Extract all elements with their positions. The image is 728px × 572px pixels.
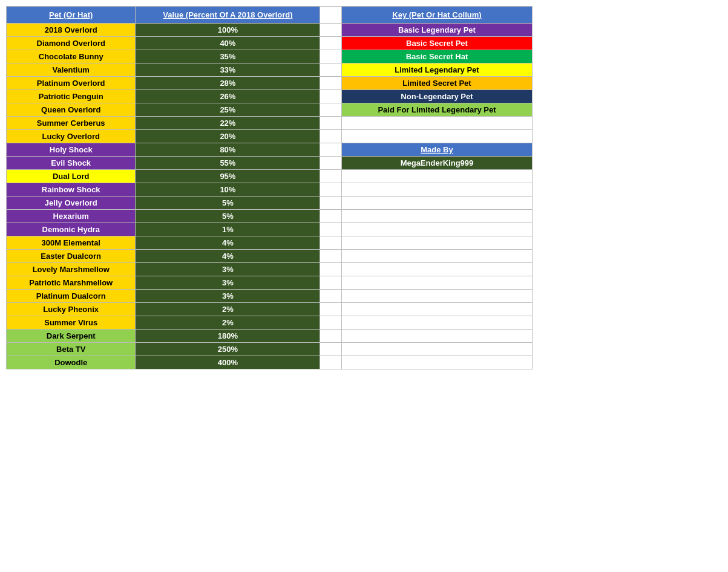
key-cell: Made By	[341, 143, 532, 157]
key-cell: Basic Secret Pet	[341, 37, 532, 50]
spacer-cell	[320, 197, 342, 210]
key-cell	[341, 290, 532, 303]
spacer-cell	[320, 316, 342, 330]
spacer-cell	[320, 223, 342, 236]
col-d-header: Key (Pet Or Hat Collum)	[341, 7, 532, 24]
value-cell: 2%	[136, 303, 320, 316]
key-cell	[341, 223, 532, 236]
pet-name-cell: Lucky Overlord	[7, 130, 136, 143]
pet-name-cell: Rainbow Shock	[7, 183, 136, 197]
pet-name-cell: Chocolate Bunny	[7, 50, 136, 63]
value-cell: 180%	[136, 330, 320, 343]
value-cell: 26%	[136, 90, 320, 103]
spacer-cell	[320, 24, 342, 37]
key-cell	[341, 343, 532, 356]
value-cell: 20%	[136, 130, 320, 143]
key-cell	[341, 117, 532, 130]
spacer-cell	[320, 303, 342, 316]
spacer-cell	[320, 236, 342, 250]
pet-name-cell: Dual Lord	[7, 170, 136, 183]
value-cell: 4%	[136, 236, 320, 250]
spacer-cell	[320, 183, 342, 197]
key-cell	[341, 210, 532, 223]
key-cell: Paid For Limited Legendary Pet	[341, 103, 532, 117]
key-cell	[341, 170, 532, 183]
key-cell: MegaEnderKing999	[341, 157, 532, 170]
key-cell	[341, 250, 532, 263]
pet-name-cell: Easter Dualcorn	[7, 250, 136, 263]
pet-name-cell: Patriotic Marshmellow	[7, 276, 136, 290]
value-cell: 400%	[136, 356, 320, 369]
pet-name-cell: Lovely Marshmellow	[7, 263, 136, 276]
value-cell: 100%	[136, 24, 320, 37]
value-cell: 3%	[136, 290, 320, 303]
pet-name-cell: Dowodle	[7, 356, 136, 369]
key-cell	[341, 330, 532, 343]
spacer-cell	[320, 290, 342, 303]
key-cell	[341, 316, 532, 330]
pet-name-cell: Platinum Dualcorn	[7, 290, 136, 303]
value-cell: 35%	[136, 50, 320, 63]
spacer-cell	[320, 63, 342, 77]
key-cell	[341, 263, 532, 276]
key-cell: Limited Secret Pet	[341, 77, 532, 90]
value-cell: 80%	[136, 143, 320, 157]
spacer-cell	[320, 90, 342, 103]
key-cell: Limited Legendary Pet	[341, 63, 532, 77]
col-c-spacer-header	[320, 7, 342, 24]
value-cell: 4%	[136, 250, 320, 263]
key-cell	[341, 356, 532, 369]
value-cell: 3%	[136, 276, 320, 290]
pet-name-cell: 2018 Overlord	[7, 24, 136, 37]
value-cell: 28%	[136, 77, 320, 90]
col-b-header: Value (Percent Of A 2018 Overlord)	[136, 7, 320, 24]
spacer-cell	[320, 103, 342, 117]
spacer-cell	[320, 37, 342, 50]
spacer-cell	[320, 276, 342, 290]
value-cell: 3%	[136, 263, 320, 276]
pet-name-cell: Holy Shock	[7, 143, 136, 157]
key-cell	[341, 236, 532, 250]
pet-name-cell: Summer Cerberus	[7, 117, 136, 130]
key-cell	[341, 276, 532, 290]
value-cell: 33%	[136, 63, 320, 77]
spacer-cell	[320, 117, 342, 130]
value-cell: 10%	[136, 183, 320, 197]
value-cell: 95%	[136, 170, 320, 183]
value-cell: 25%	[136, 103, 320, 117]
pet-name-cell: Lucky Pheonix	[7, 303, 136, 316]
value-cell: 5%	[136, 210, 320, 223]
pet-name-cell: Jelly Overlord	[7, 197, 136, 210]
pet-name-cell: 300M Elemental	[7, 236, 136, 250]
pet-name-cell: Summer Virus	[7, 316, 136, 330]
spacer-cell	[320, 157, 342, 170]
key-cell: Basic Legendary Pet	[341, 24, 532, 37]
value-cell: 250%	[136, 343, 320, 356]
pet-name-cell: Demonic Hydra	[7, 223, 136, 236]
key-cell: Non-Legendary Pet	[341, 90, 532, 103]
spacer-cell	[320, 250, 342, 263]
pet-name-cell: Valentium	[7, 63, 136, 77]
col-a-header: Pet (Or Hat)	[7, 7, 136, 24]
pet-name-cell: Platinum Overlord	[7, 77, 136, 90]
pet-name-cell: Hexarium	[7, 210, 136, 223]
key-cell	[341, 183, 532, 197]
spacer-cell	[320, 77, 342, 90]
spacer-cell	[320, 143, 342, 157]
key-cell	[341, 130, 532, 143]
key-cell	[341, 303, 532, 316]
spacer-cell	[320, 356, 342, 369]
spacer-cell	[320, 210, 342, 223]
spacer-cell	[320, 50, 342, 63]
value-cell: 40%	[136, 37, 320, 50]
key-cell	[341, 197, 532, 210]
pet-name-cell: Patriotic Penguin	[7, 90, 136, 103]
pet-name-cell: Evil Shock	[7, 157, 136, 170]
key-cell: Basic Secret Hat	[341, 50, 532, 63]
pet-name-cell: Diamond Overlord	[7, 37, 136, 50]
spacer-cell	[320, 130, 342, 143]
spacer-cell	[320, 170, 342, 183]
pet-name-cell: Dark Serpent	[7, 330, 136, 343]
value-cell: 5%	[136, 197, 320, 210]
pet-name-cell: Queen Overlord	[7, 103, 136, 117]
